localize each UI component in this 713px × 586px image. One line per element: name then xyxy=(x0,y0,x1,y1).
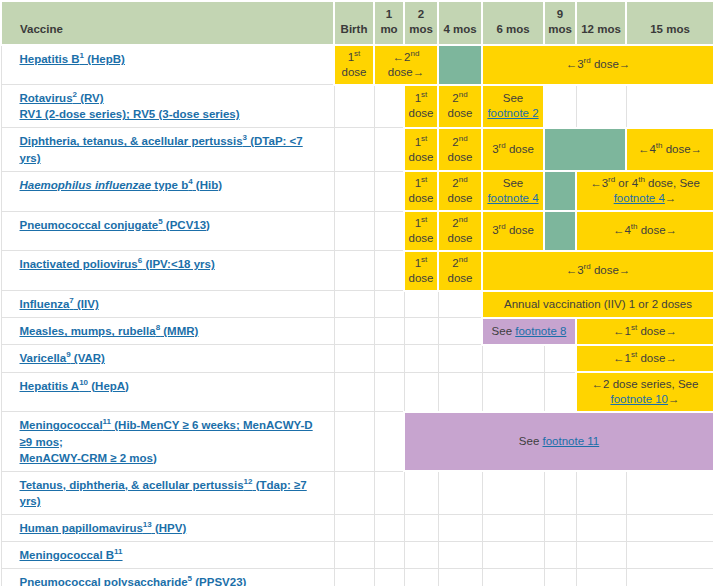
vaccine-link[interactable]: Measles, mumps, rubella8 (MMR) xyxy=(20,325,199,337)
empty-cell xyxy=(334,412,374,471)
vaccine-link[interactable]: Influenza7 (IIV) xyxy=(20,298,99,310)
table-row: Measles, mumps, rubella8 (MMR)See footno… xyxy=(1,318,713,345)
empty-cell xyxy=(482,569,544,586)
empty-cell xyxy=(334,85,374,128)
footnote-link[interactable]: footnote 8 xyxy=(515,325,566,337)
dose-cell: 1st dose xyxy=(404,251,438,291)
footnote-link[interactable]: footnote 4 xyxy=(487,192,538,204)
footnote-link[interactable]: footnote 10 xyxy=(610,393,668,405)
vaccine-link[interactable]: Human papillomavirus13 (HPV) xyxy=(20,522,187,534)
empty-cell xyxy=(576,514,626,541)
empty-cell xyxy=(482,372,544,412)
empty-cell xyxy=(374,318,404,345)
column-header-4-mos: 4 mos xyxy=(438,1,482,45)
empty-cell xyxy=(404,372,438,412)
empty-cell xyxy=(576,541,626,568)
column-header-birth: Birth xyxy=(334,1,374,45)
empty-cell xyxy=(374,128,404,171)
dose-cell: See footnote 11 xyxy=(404,412,713,471)
dose-cell: See footnote 8 xyxy=(482,318,576,345)
dose-cell: 3rd dose xyxy=(482,211,544,251)
empty-cell xyxy=(544,471,576,514)
vaccine-link[interactable]: Diphtheria, tetanus, & acellular pertuss… xyxy=(20,135,303,163)
dose-cell: 1st dose xyxy=(404,171,438,211)
empty-cell xyxy=(404,569,438,586)
dose-cell xyxy=(544,211,576,251)
column-header-1-mo: 1mo xyxy=(374,1,404,45)
vaccine-cell: Measles, mumps, rubella8 (MMR) xyxy=(1,318,334,345)
table-row: Diphtheria, tetanus, & acellular pertuss… xyxy=(1,128,713,171)
column-header-15-mos: 15 mos xyxy=(626,1,713,45)
empty-cell xyxy=(334,514,374,541)
empty-cell xyxy=(334,318,374,345)
empty-cell xyxy=(544,345,576,372)
empty-cell xyxy=(438,318,482,345)
empty-cell xyxy=(438,372,482,412)
vaccine-link[interactable]: Inactivated poliovirus6 (IPV:<18 yrs) xyxy=(20,258,215,270)
vaccine-cell: Hepatitis B1 (HepB) xyxy=(1,45,334,85)
empty-cell xyxy=(626,569,713,586)
empty-cell xyxy=(374,541,404,568)
column-header-12-mos: 12 mos xyxy=(576,1,626,45)
column-header-6-mos: 6 mos xyxy=(482,1,544,45)
vaccine-cell: Rotavirus2 (RV)RV1 (2-dose series); RV5 … xyxy=(1,85,334,128)
empty-cell xyxy=(438,291,482,318)
vaccine-link[interactable]: Varicella9 (VAR) xyxy=(20,352,105,364)
empty-cell xyxy=(544,85,576,128)
table-row: Hepatitis A10 (HepA)←2 dose series, See … xyxy=(1,372,713,412)
empty-cell xyxy=(482,514,544,541)
vaccine-link[interactable]: Hepatitis B1 (HepB) xyxy=(20,53,125,65)
vaccine-link[interactable]: Pneumococcal polysaccharide5 (PPSV23) xyxy=(20,576,247,586)
dose-cell: ←3rd dose→ xyxy=(482,45,713,85)
empty-cell xyxy=(334,372,374,412)
dose-cell: ←1st dose→ xyxy=(576,318,713,345)
dose-cell xyxy=(544,171,576,211)
dose-cell: See footnote 4 xyxy=(482,171,544,211)
vaccine-cell: Influenza7 (IIV) xyxy=(1,291,334,318)
dose-cell: 2nd dose xyxy=(438,251,482,291)
vaccine-cell: Meningococcal B11 xyxy=(1,541,334,568)
dose-cell xyxy=(544,128,626,171)
vaccine-link[interactable]: Haemophilus influenzae type b4 (Hib) xyxy=(20,179,223,191)
table-row: Meningococcal B11 xyxy=(1,541,713,568)
empty-cell xyxy=(374,471,404,514)
vaccine-cell: Haemophilus influenzae type b4 (Hib) xyxy=(1,171,334,211)
footnote-link[interactable]: footnote 2 xyxy=(487,107,538,119)
dose-cell: ←3rd dose→ xyxy=(482,251,713,291)
empty-cell xyxy=(374,211,404,251)
vaccine-cell: Pneumococcal conjugate5 (PCV13) xyxy=(1,211,334,251)
empty-cell xyxy=(626,514,713,541)
empty-cell xyxy=(576,85,626,128)
empty-cell xyxy=(374,372,404,412)
footnote-link[interactable]: footnote 11 xyxy=(542,435,599,447)
vaccine-cell: Tetanus, diphtheria, & acellular pertuss… xyxy=(1,471,334,514)
table-row: Meningococcal11 (Hib-MenCY ≥ 6 weeks; Me… xyxy=(1,412,713,471)
empty-cell xyxy=(404,318,438,345)
vaccine-link[interactable]: Rotavirus2 (RV)RV1 (2-dose series); RV5 … xyxy=(20,92,240,120)
footnote-link[interactable]: footnote 4 xyxy=(614,192,665,204)
empty-cell xyxy=(626,471,713,514)
empty-cell xyxy=(482,471,544,514)
immunization-schedule-table: VaccineBirth1mo2mos4 mos6 mos9mos12 mos1… xyxy=(0,0,713,586)
vaccine-link[interactable]: Pneumococcal conjugate5 (PCV13) xyxy=(20,219,210,231)
vaccine-cell: Human papillomavirus13 (HPV) xyxy=(1,514,334,541)
table-row: Pneumococcal polysaccharide5 (PPSV23) xyxy=(1,569,713,586)
vaccine-link[interactable]: Meningococcal11 (Hib-MenCY ≥ 6 weeks; Me… xyxy=(20,419,313,463)
vaccine-cell: Hepatitis A10 (HepA) xyxy=(1,372,334,412)
table-row: Haemophilus influenzae type b4 (Hib)1st … xyxy=(1,171,713,211)
empty-cell xyxy=(544,514,576,541)
table-row: Tetanus, diphtheria, & acellular pertuss… xyxy=(1,471,713,514)
empty-cell xyxy=(626,541,713,568)
empty-cell xyxy=(334,211,374,251)
empty-cell xyxy=(576,569,626,586)
empty-cell xyxy=(334,251,374,291)
vaccine-cell: Diphtheria, tetanus, & acellular pertuss… xyxy=(1,128,334,171)
empty-cell xyxy=(404,541,438,568)
vaccine-link[interactable]: Tetanus, diphtheria, & acellular pertuss… xyxy=(20,479,307,507)
empty-cell xyxy=(374,291,404,318)
empty-cell xyxy=(544,541,576,568)
vaccine-link[interactable]: Hepatitis A10 (HepA) xyxy=(20,380,129,392)
empty-cell xyxy=(404,471,438,514)
dose-cell: ←4th dose→ xyxy=(576,211,713,251)
vaccine-link[interactable]: Meningococcal B11 xyxy=(20,549,123,561)
